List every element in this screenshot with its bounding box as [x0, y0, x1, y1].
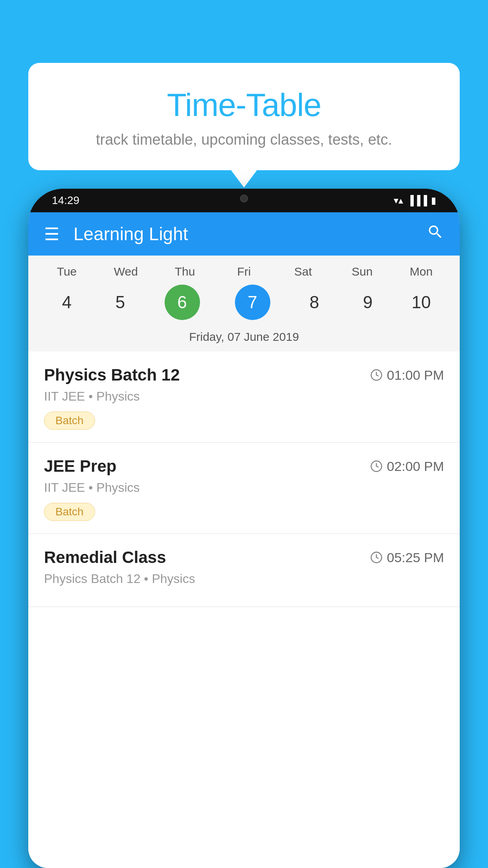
- schedule-title-1: Physics Batch 12: [44, 366, 180, 384]
- app-content: ☰ Learning Light Tue Wed Thu Fri Sat Sun…: [28, 212, 460, 868]
- schedule-time-2: 02:00 PM: [370, 459, 444, 474]
- schedule-item-header-3: Remedial Class 05:25 PM: [44, 548, 444, 567]
- selected-date: Friday, 07 June 2019: [40, 326, 448, 351]
- batch-badge-1: Batch: [44, 412, 95, 430]
- schedule-item-jee-prep[interactable]: JEE Prep 02:00 PM IIT JEE • Physics Batc…: [28, 443, 460, 534]
- phone-notch: [220, 189, 268, 208]
- schedule-item-remedial[interactable]: Remedial Class 05:25 PM Physics Batch 12…: [28, 534, 460, 607]
- schedule-item-physics-batch[interactable]: Physics Batch 12 01:00 PM IIT JEE • Phys…: [28, 351, 460, 443]
- schedule-title-3: Remedial Class: [44, 548, 166, 567]
- day-headers: Tue Wed Thu Fri Sat Sun Mon: [40, 265, 448, 278]
- tooltip-card: Time-Table track timetable, upcoming cla…: [28, 63, 460, 170]
- hamburger-icon[interactable]: ☰: [44, 224, 59, 244]
- search-icon[interactable]: [427, 223, 444, 245]
- day-numbers: 4 5 6 7 8 9 10: [40, 285, 448, 320]
- phone-time: 14:29: [52, 194, 79, 207]
- day-header-thu: Thu: [158, 265, 212, 278]
- day-6-today[interactable]: 6: [165, 285, 200, 320]
- battery-icon: ▮: [431, 195, 436, 206]
- signal-icon: ▐▐▐: [407, 195, 427, 206]
- toolbar-title: Learning Light: [73, 223, 427, 245]
- wifi-icon: ▾▴: [394, 195, 403, 206]
- day-4[interactable]: 4: [40, 285, 94, 320]
- schedule-time-3: 05:25 PM: [370, 550, 444, 565]
- day-9[interactable]: 9: [341, 285, 394, 320]
- phone-frame: 14:29 ▾▴ ▐▐▐ ▮ ☰ Learning Light Tue Wed: [28, 189, 460, 868]
- day-header-fri: Fri: [217, 265, 271, 278]
- phone-camera: [240, 195, 248, 202]
- schedule-sub-1: IIT JEE • Physics: [44, 389, 444, 404]
- schedule-sub-3: Physics Batch 12 • Physics: [44, 572, 444, 586]
- status-bar: 14:29 ▾▴ ▐▐▐ ▮: [28, 189, 460, 212]
- schedule-time-1: 01:00 PM: [370, 368, 444, 383]
- tooltip-title: Time-Table: [48, 86, 440, 123]
- tooltip-subtitle: track timetable, upcoming classes, tests…: [48, 131, 440, 148]
- day-10[interactable]: 10: [394, 285, 448, 320]
- day-5[interactable]: 5: [94, 285, 147, 320]
- app-toolbar: ☰ Learning Light: [28, 212, 460, 256]
- status-icons: ▾▴ ▐▐▐ ▮: [394, 195, 436, 206]
- batch-badge-2: Batch: [44, 503, 95, 521]
- schedule-item-header-1: Physics Batch 12 01:00 PM: [44, 366, 444, 384]
- schedule-sub-2: IIT JEE • Physics: [44, 480, 444, 495]
- day-header-mon: Mon: [394, 265, 448, 278]
- day-8[interactable]: 8: [288, 285, 341, 320]
- schedule-item-header-2: JEE Prep 02:00 PM: [44, 457, 444, 476]
- schedule-title-2: JEE Prep: [44, 457, 116, 476]
- day-header-wed: Wed: [99, 265, 152, 278]
- schedule-list: Physics Batch 12 01:00 PM IIT JEE • Phys…: [28, 351, 460, 868]
- day-7-selected[interactable]: 7: [235, 285, 270, 320]
- day-header-sun: Sun: [336, 265, 389, 278]
- day-header-tue: Tue: [40, 265, 94, 278]
- day-header-sat: Sat: [276, 265, 330, 278]
- calendar-section: Tue Wed Thu Fri Sat Sun Mon 4 5 6 7 8 9 …: [28, 256, 460, 351]
